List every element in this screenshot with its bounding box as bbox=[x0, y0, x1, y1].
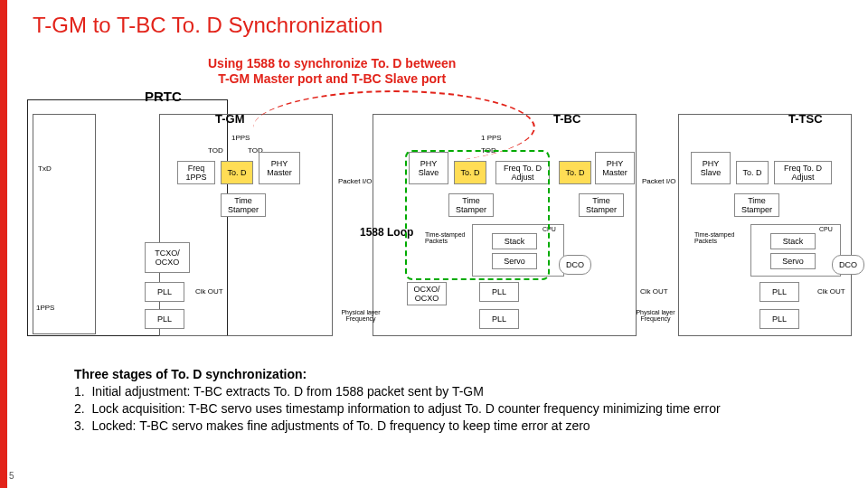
subtitle-line2: T-GM Master port and T-BC Slave port bbox=[218, 71, 446, 86]
tbc-pll2: PLL bbox=[479, 309, 519, 329]
tgm-freq1pps: Freq 1PPS bbox=[177, 161, 215, 184]
gnss-txd: TxD bbox=[38, 164, 52, 173]
ttsc-time-stamper: Time Stamper bbox=[734, 193, 779, 217]
tgm-time-stamper: Time Stamper bbox=[221, 193, 266, 217]
ttsc-servo: Servo bbox=[770, 253, 816, 269]
packet-io-2: Packet I/O bbox=[642, 177, 675, 185]
stage-1: Initial adjustment: T-BC extracts To. D … bbox=[91, 384, 483, 399]
tbc-tod-r: To. D bbox=[559, 161, 591, 184]
ttsc-tod: To. D bbox=[736, 161, 769, 184]
tbc-dco: DCO bbox=[559, 255, 591, 275]
ttsc-pll1: PLL bbox=[760, 282, 799, 302]
tgm-pll2: PLL bbox=[145, 309, 184, 329]
tbc-time-stamper-r: Time Stamper bbox=[579, 193, 624, 217]
ttsc-freq-adjust: Freq To. D Adjust bbox=[774, 161, 832, 184]
slide-title: T-GM to T-BC To. D Synchronization bbox=[33, 13, 382, 38]
prtc-label: PRTC bbox=[145, 89, 182, 104]
tgm-tod-l: TOD bbox=[208, 146, 223, 155]
ttsc-pll2: PLL bbox=[760, 309, 799, 329]
phys-freq-2: Physical layer Frequency bbox=[633, 309, 678, 322]
ttsc-stack: Stack bbox=[770, 233, 816, 249]
packet-io-1: Packet I/O bbox=[338, 177, 372, 185]
tgm-tod: To. D bbox=[221, 161, 253, 184]
loop-highlight-icon bbox=[405, 150, 550, 280]
ttsc-clkout: Clk OUT bbox=[817, 287, 845, 296]
stages-heading: Three stages of To. D synchronization: bbox=[74, 367, 307, 381]
phys-freq-1: Physical layer Frequency bbox=[338, 309, 383, 322]
tgm-phy-master: PHY Master bbox=[259, 152, 300, 184]
gnss-block bbox=[33, 114, 96, 334]
clkout-2: Clk OUT bbox=[640, 287, 668, 296]
tgm-header: T-GM bbox=[215, 112, 245, 126]
ttsc-phy-slave: PHY Slave bbox=[691, 152, 731, 184]
ttsc-tspackets: Time-stamped Packets bbox=[694, 231, 740, 244]
stage-3: Locked: T-BC servo makes fine adjustment… bbox=[91, 418, 590, 433]
page-number: 5 bbox=[9, 471, 14, 481]
stage-2: Lock acquisition: T-BC servo uses timest… bbox=[91, 401, 720, 416]
tbc-phy-master: PHY Master bbox=[595, 152, 635, 184]
tgm-pll1: PLL bbox=[145, 282, 184, 302]
tbc-pll1: PLL bbox=[479, 282, 519, 302]
tgm-clkout: Clk OUT bbox=[195, 287, 223, 296]
tgm-1pps: 1PPS bbox=[231, 134, 250, 142]
slide-accent-bar bbox=[0, 0, 7, 488]
stages-block: Three stages of To. D synchronization: 1… bbox=[74, 366, 721, 435]
tgm-tcxo: TCXO/ OCXO bbox=[145, 242, 190, 273]
tbc-ocxo: OCXO/ OCXO bbox=[407, 282, 447, 305]
gnss-1pps: 1PPS bbox=[36, 304, 54, 312]
ttsc-header: T-TSC bbox=[788, 112, 823, 126]
subtitle-line1: Using 1588 to synchronize To. D between bbox=[208, 56, 456, 70]
ttsc-dco: DCO bbox=[832, 255, 864, 275]
subtitle: Using 1588 to synchronize To. D between … bbox=[208, 56, 456, 87]
tbc-header: T-BC bbox=[553, 112, 580, 126]
ttsc-cpu: CPU bbox=[819, 226, 833, 232]
